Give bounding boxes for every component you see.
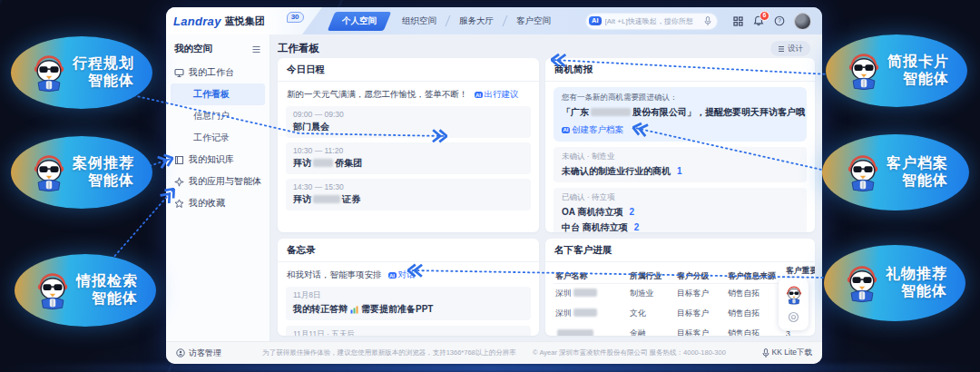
- sidebar-item-work-records[interactable]: 工作记录: [166, 127, 270, 149]
- schedule-item[interactable]: 14:30 — 15:30 拜访证券: [286, 179, 531, 210]
- table-row[interactable]: 深圳 文化 目标客户 销售自拓 3: [554, 304, 807, 324]
- ai-icon: AI: [475, 92, 483, 98]
- app-footer: 访客管理 为了获得最佳操作体验，建议您使用最新版本的浏览器，支持1366*768…: [166, 341, 822, 364]
- redacted-text: [313, 159, 333, 167]
- ai-search-bar[interactable]: AI: [585, 13, 718, 30]
- customer-progress-title: 名下客户进展: [545, 239, 815, 262]
- schedule-item[interactable]: 09:00 — 09:30 部门晨会: [286, 106, 531, 138]
- callout-brief-card-agent: 简报卡片智能体: [826, 34, 967, 107]
- landray-logo: Landray: [173, 15, 221, 28]
- count-badge: 1: [677, 166, 682, 176]
- penguin-mascot-icon: [33, 270, 73, 310]
- schedule-item[interactable]: 10:30 — 11:20 拜访侨集团: [286, 142, 531, 174]
- workbench-icon: [174, 68, 184, 78]
- logo-panel: Landray 蓝悦集团 30: [166, 7, 322, 34]
- design-button[interactable]: 设计: [770, 41, 810, 56]
- tab-org-space[interactable]: 组织空间: [391, 12, 447, 31]
- sidebar-item-workbench[interactable]: 我的工作台: [166, 62, 270, 83]
- memo-card: 备忘录 和我对话，智能事项安排 AI对话 11月8日 我的转正答辩 需要提前准备…: [278, 239, 539, 336]
- penguin-mascot-icon: [29, 53, 69, 93]
- redacted-text: [573, 289, 597, 297]
- footer-notice: 为了获得最佳操作体验，建议您使用最新版本的浏览器，支持1366*768以上的分辨…: [166, 348, 822, 357]
- callout-trip-planning-agent: 行程规划智能体: [11, 36, 152, 109]
- notification-bell-icon[interactable]: 6: [752, 15, 765, 27]
- create-customer-file-link[interactable]: AI创建客户档案: [562, 124, 623, 136]
- callout-gift-recommend-agent: 礼物推荐智能体: [824, 245, 965, 321]
- table-row[interactable]: 金融 目标客户 销售自拓 3: [554, 324, 807, 336]
- redacted-text: [313, 195, 340, 203]
- callout-intel-search-agent: 情报检索智能体: [15, 254, 156, 327]
- topbar-icons: 6 ?: [731, 13, 822, 30]
- callout-customer-file-agent: 客户档案智能体: [822, 134, 969, 210]
- briefing-row[interactable]: OA 商机待立项2: [562, 206, 799, 219]
- app-window: Landray 蓝悦集团 30 个人空间 组织空间 服务大厅 客户空间 AI: [166, 7, 822, 364]
- book-icon: [174, 155, 184, 165]
- penguin-assistant-icon[interactable]: [784, 285, 804, 305]
- count-badge: 2: [634, 222, 640, 232]
- sidebar-item-favorites[interactable]: 我的收藏: [166, 192, 270, 214]
- notification-count-badge: 6: [760, 11, 769, 21]
- sidebar-item-knowledge-base[interactable]: 我的知识库: [166, 149, 270, 171]
- penguin-mascot-icon: [844, 51, 884, 91]
- page-title: 工作看板: [278, 42, 319, 55]
- briefing-title: 商机简报: [545, 58, 815, 82]
- sidebar-collapse-icon[interactable]: [251, 44, 261, 54]
- tab-personal-space[interactable]: 个人空间: [328, 12, 391, 31]
- customer-progress-card: 名下客户进展 客户名称 所属行业 客户分级 客户信息来源 客户重要程度: [545, 239, 815, 336]
- ai-icon: AI: [589, 16, 602, 26]
- penguin-mascot-icon: [29, 152, 69, 192]
- memo-greeting: 和我对话，智能事项安排: [287, 269, 382, 281]
- redacted-text: [591, 108, 631, 116]
- chat-link[interactable]: AI对话: [388, 269, 416, 281]
- briefing-alert: 您有一条新的商机需要跟进确认： 「广东股份有限公司」，提醒您要明天拜访客户哦 A…: [554, 87, 807, 142]
- sparkle-icon: [174, 177, 184, 187]
- anniversary-badge: 30: [287, 12, 304, 23]
- kk-lite-download-button[interactable]: KK Lite下载: [762, 348, 822, 358]
- briefing-row[interactable]: 中台 商机待立项2: [562, 221, 799, 233]
- briefing-group-unconfirmed: 未确认 · 制造业 未确认的制造业行业的商机1: [554, 147, 807, 182]
- app-body: 我的空间 我的工作台 工作看板 信息门户 工作记录 我的知识库 我的应用与智能体…: [166, 34, 822, 341]
- ai-icon: AI: [388, 272, 397, 279]
- chart-icon: [350, 306, 358, 314]
- company-name[interactable]: 蓝悦集团: [225, 15, 265, 28]
- apps-grid-icon[interactable]: [731, 15, 744, 27]
- penguin-mascot-icon: [843, 152, 883, 192]
- sidebar-item-work-board[interactable]: 工作看板: [171, 83, 265, 105]
- sidebar-item-label: 我的工作台: [189, 66, 234, 79]
- user-avatar[interactable]: [794, 13, 811, 30]
- penguin-mascot-icon: [842, 263, 882, 303]
- main-content: 工作看板 设计 今日日程 新的一天元气满满，愿您工作愉悦，签单不断！ AI出行建…: [270, 34, 822, 341]
- memo-item[interactable]: 11月11日 · 五天后 物业 孙总生日 记得提前准备礼物哦: [286, 326, 531, 336]
- memo-item[interactable]: 11月8日 我的转正答辩 需要提前准备PPT: [286, 287, 531, 320]
- floating-assistant-widget[interactable]: [779, 278, 808, 330]
- today-schedule-card: 今日日程 新的一天元气满满，愿您工作愉悦，签单不断！ AI出行建议 09:00 …: [278, 58, 539, 232]
- visitor-management-button[interactable]: 访客管理: [166, 348, 231, 359]
- redacted-text: [557, 329, 593, 336]
- table-row[interactable]: 深圳 制造业 目标客户 销售自拓 3: [554, 284, 807, 304]
- memo-title: 备忘录: [278, 239, 539, 262]
- sidebar-title: 我的空间: [174, 43, 212, 55]
- ai-icon: AI: [562, 127, 570, 133]
- callout-case-recommend-agent: 案例推荐智能体: [11, 136, 152, 209]
- sidebar: 我的空间 我的工作台 工作看板 信息门户 工作记录 我的知识库 我的应用与智能体…: [166, 34, 270, 341]
- sidebar-item-info-portal[interactable]: 信息门户: [166, 105, 270, 127]
- tab-customer-space[interactable]: 客户空间: [505, 12, 562, 31]
- count-badge: 2: [629, 207, 634, 217]
- layout-icon: [778, 45, 785, 53]
- sidebar-item-apps-agents[interactable]: 我的应用与智能体: [166, 171, 270, 192]
- today-schedule-title: 今日日程: [278, 58, 539, 82]
- star-icon: [174, 199, 184, 209]
- redacted-text: [573, 308, 597, 317]
- briefing-row[interactable]: 未确认的制造业行业的商机1: [562, 165, 799, 178]
- schedule-greeting: 新的一天元气满满，愿您工作愉悦，签单不断！: [287, 89, 468, 101]
- mic-icon: [762, 348, 769, 358]
- assistant-menu-icon[interactable]: [788, 311, 799, 323]
- help-icon[interactable]: ?: [773, 15, 786, 27]
- table-header: 客户名称 所属行业 客户分级 客户信息来源 客户重要程度: [554, 266, 807, 284]
- customer-table: 客户名称 所属行业 客户分级 客户信息来源 客户重要程度 深圳 制造业 目标客户…: [554, 266, 807, 336]
- travel-advice-link[interactable]: AI出行建议: [475, 89, 519, 101]
- topbar: Landray 蓝悦集团 30 个人空间 组织空间 服务大厅 客户空间 AI: [166, 7, 822, 34]
- search-input[interactable]: [605, 17, 701, 25]
- mic-icon[interactable]: [704, 16, 711, 26]
- tab-service-hall[interactable]: 服务大厅: [448, 12, 505, 31]
